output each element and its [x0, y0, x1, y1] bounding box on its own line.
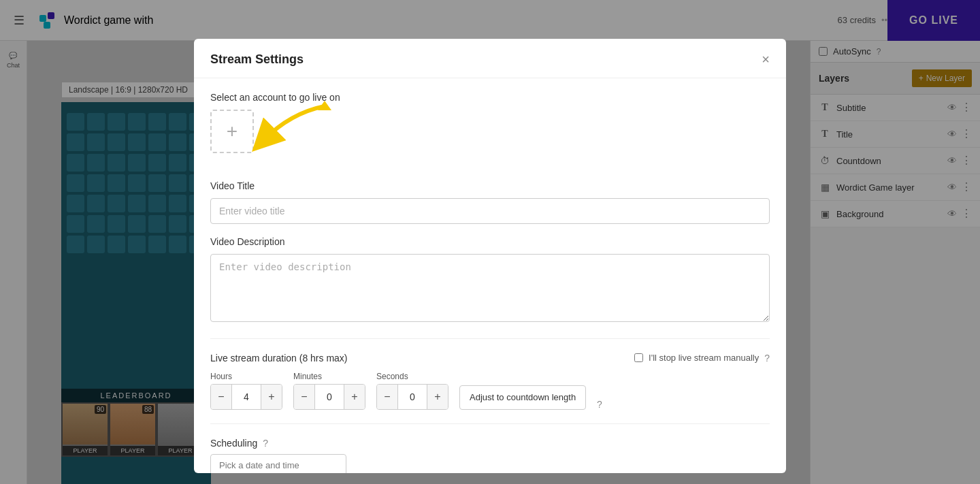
minutes-stepper: − +: [293, 384, 365, 410]
seconds-stepper: − +: [376, 384, 448, 410]
seconds-increment-button[interactable]: +: [427, 385, 448, 409]
hours-label: Hours: [210, 372, 282, 381]
hours-group: Hours − +: [210, 372, 282, 410]
manual-stop-group: I'll stop live stream manually ?: [634, 353, 770, 364]
modal-body: Select an account to go live on +: [194, 78, 786, 473]
hours-decrement-button[interactable]: −: [211, 385, 231, 409]
seconds-input[interactable]: [397, 385, 427, 409]
duration-row: Live stream duration (8 hrs max) I'll st…: [210, 353, 770, 364]
arrow-annotation: [250, 99, 331, 154]
add-account-plus-icon: +: [227, 120, 238, 142]
adjust-question-icon[interactable]: ?: [597, 399, 602, 410]
video-title-label: Video Title: [210, 180, 770, 191]
hours-stepper: − +: [210, 384, 282, 410]
divider: [210, 338, 770, 339]
scheduling-row: Scheduling ?: [210, 438, 770, 449]
minutes-label: Minutes: [293, 372, 365, 381]
modal-overlay: Stream Settings × Select an account to g…: [0, 0, 980, 484]
scheduling-title: Scheduling: [210, 438, 257, 449]
seconds-group: Seconds − +: [376, 372, 448, 410]
seconds-label: Seconds: [376, 372, 448, 381]
manual-stop-question-icon[interactable]: ?: [764, 353, 770, 364]
hours-input[interactable]: [231, 385, 261, 409]
add-account-button[interactable]: +: [210, 110, 254, 153]
modal-header: Stream Settings ×: [194, 39, 786, 78]
divider2: [210, 423, 770, 424]
seconds-decrement-button[interactable]: −: [377, 385, 397, 409]
minutes-increment-button[interactable]: +: [344, 385, 365, 409]
scheduling-datetime-input[interactable]: [210, 454, 346, 473]
minutes-input[interactable]: [314, 385, 344, 409]
video-title-group: Video Title: [210, 180, 770, 224]
minutes-group: Minutes − +: [293, 372, 365, 410]
modal-close-button[interactable]: ×: [762, 52, 770, 66]
scheduling-question-icon[interactable]: ?: [263, 438, 268, 449]
stream-settings-modal: Stream Settings × Select an account to g…: [194, 39, 786, 473]
video-description-input[interactable]: [210, 254, 770, 322]
duration-title: Live stream duration (8 hrs max): [210, 353, 348, 364]
account-section-title: Select an account to go live on: [210, 92, 770, 103]
video-description-group: Video Description: [210, 236, 770, 325]
adjust-countdown-button[interactable]: Adjust to countdown length: [459, 385, 586, 410]
time-inputs: Hours − + Minutes − + Seco: [210, 372, 770, 410]
minutes-decrement-button[interactable]: −: [294, 385, 314, 409]
manual-stop-checkbox[interactable]: [634, 353, 643, 362]
manual-stop-label: I'll stop live stream manually: [649, 353, 759, 363]
hours-increment-button[interactable]: +: [261, 385, 282, 409]
modal-title: Stream Settings: [210, 52, 304, 67]
video-title-input[interactable]: [210, 198, 770, 224]
video-description-label: Video Description: [210, 236, 770, 247]
